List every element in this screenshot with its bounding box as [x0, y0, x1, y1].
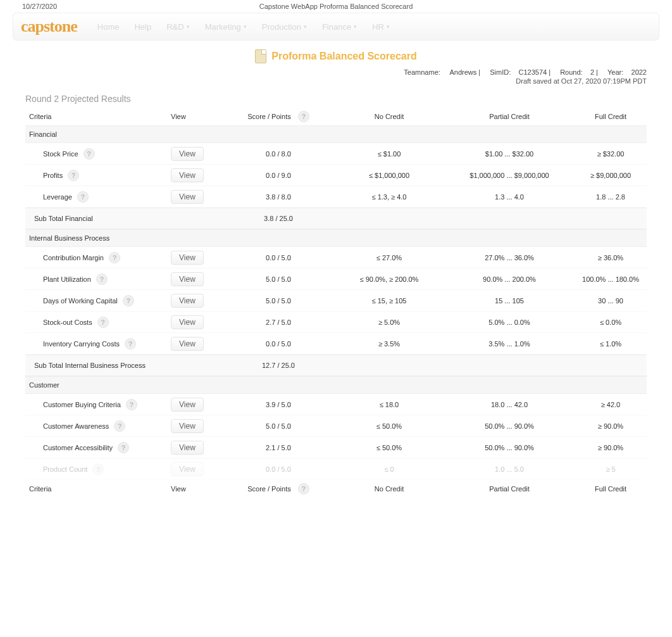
partial-credit-value: 27.0% ... 36.0%	[449, 254, 569, 262]
no-credit-value: ≤ $1,000,000	[329, 172, 449, 179]
full-credit-value: ≥ $9,000,000	[569, 172, 652, 179]
view-button[interactable]: View	[171, 441, 204, 455]
page-title: Capstone WebApp Proforma Balanced Scorec…	[259, 3, 413, 10]
nav-finance[interactable]: Finance▾	[322, 22, 357, 32]
score-value: 3.9 / 5.0	[228, 401, 329, 408]
nav-home[interactable]: Home	[97, 22, 120, 32]
view-button[interactable]: View	[171, 337, 204, 351]
criteria-label: Product Count ?	[25, 464, 171, 475]
group-label: Customer	[25, 381, 171, 389]
group-label: Financial	[25, 130, 171, 138]
nav-production[interactable]: Production▾	[262, 22, 307, 32]
partial-credit-value: 1.0 ... 5.0	[449, 465, 569, 473]
nav-marketing[interactable]: Marketing▾	[205, 22, 247, 32]
year-value: 2022	[632, 68, 647, 76]
table-row: Product Count ? View 0.0 / 5.0 ≤ 0 1.0 .…	[25, 458, 647, 480]
partial-credit-value: 1.3 ... 4.0	[449, 193, 569, 201]
criteria-label: Profits?	[25, 170, 171, 181]
no-credit-value: ≥ 5.0%	[329, 318, 449, 326]
header-partial-credit: Partial Credit	[449, 485, 569, 493]
partial-credit-value: $1,000,000 ... $9,000,000	[449, 172, 569, 179]
info-icon[interactable]: ?	[123, 295, 134, 306]
score-value: 5.0 / 5.0	[228, 275, 329, 283]
full-credit-value: ≥ 5	[569, 465, 652, 473]
score-value: 0.0 / 5.0	[228, 340, 329, 348]
criteria-label: Contribution Margin?	[25, 252, 171, 263]
view-button[interactable]: View	[171, 462, 204, 476]
info-icon[interactable]: ?	[77, 191, 89, 203]
view-button[interactable]: View	[171, 419, 204, 433]
info-icon[interactable]: ?	[126, 399, 137, 410]
view-button[interactable]: View	[171, 272, 204, 286]
header-full-credit: Full Credit	[569, 485, 652, 493]
info-icon[interactable]: ?	[92, 464, 104, 475]
info-icon[interactable]: ?	[118, 442, 129, 453]
header-no-credit: No Credit	[329, 113, 449, 120]
group-label: Internal Business Process	[25, 234, 171, 242]
document-title-row: Proforma Balanced Scorecard	[0, 49, 672, 63]
subtotal-label: Sub Total Internal Business Process	[25, 362, 171, 369]
criteria-label: Days of Working Capital?	[25, 295, 171, 306]
nav-help[interactable]: Help	[134, 22, 151, 32]
view-button[interactable]: View	[171, 251, 204, 265]
draft-saved-timestamp: Draft saved at Oct 27, 2020 07:19PM PDT	[0, 77, 672, 90]
full-credit-value: 30 ... 90	[569, 297, 652, 305]
criteria-label: Customer Awareness?	[25, 420, 171, 432]
view-button[interactable]: View	[171, 168, 204, 182]
view-button[interactable]: View	[171, 398, 204, 412]
criteria-label: Plant Utilization?	[25, 274, 171, 285]
subtotal-score: 12.7 / 25.0	[228, 362, 329, 369]
info-icon[interactable]: ?	[68, 170, 79, 181]
nav-rd[interactable]: R&D▾	[166, 22, 189, 32]
main-navbar: capstone Home Help R&D▾ Marketing▾ Produ…	[13, 13, 659, 41]
group-row: Customer	[25, 376, 647, 394]
view-button[interactable]: View	[171, 147, 204, 161]
nav-hr[interactable]: HR▾	[372, 22, 390, 32]
table-header-row: Criteria View Score / Points ? No Credit…	[25, 108, 647, 125]
simid-value: C123574	[519, 68, 547, 76]
criteria-label: Stock-out Costs?	[25, 317, 171, 328]
view-button[interactable]: View	[171, 315, 204, 329]
header-view: View	[171, 113, 228, 120]
full-credit-value: ≥ 36.0%	[569, 254, 652, 262]
document-title: Proforma Balanced Scorecard	[271, 51, 416, 62]
info-icon[interactable]: ?	[109, 252, 120, 263]
no-credit-value: ≤ 1.3, ≥ 4.0	[329, 193, 449, 201]
full-credit-value: 100.0% ... 180.0%	[569, 275, 652, 283]
info-icon[interactable]: ?	[298, 111, 309, 122]
year-label: Year:	[607, 68, 623, 76]
score-value: 2.1 / 5.0	[228, 444, 329, 451]
no-credit-value: ≥ 3.5%	[329, 340, 449, 348]
simulation-meta: Teamname: Andrews | SimID: C123574 | Rou…	[0, 63, 672, 77]
partial-credit-value: $1.00 ... $32.00	[449, 150, 569, 158]
criteria-label: Leverage?	[25, 191, 171, 203]
no-credit-value: ≤ 0	[329, 465, 449, 473]
table-row: Leverage?View3.8 / 8.0≤ 1.3, ≥ 4.01.3 ..…	[25, 186, 647, 208]
partial-credit-value: 50.0% ... 90.0%	[449, 422, 569, 430]
info-icon[interactable]: ?	[114, 420, 125, 432]
full-credit-value: ≥ 42.0	[569, 401, 652, 408]
info-icon[interactable]: ?	[97, 317, 109, 328]
no-credit-value: ≤ 18.0	[329, 401, 449, 408]
header-criteria: Criteria	[25, 113, 171, 120]
score-value: 2.7 / 5.0	[228, 318, 329, 326]
document-icon	[255, 49, 266, 63]
info-icon[interactable]: ?	[96, 274, 108, 285]
score-value: 5.0 / 5.0	[228, 422, 329, 430]
view-button[interactable]: View	[171, 294, 204, 308]
chevron-down-icon: ▾	[354, 23, 357, 30]
view-button[interactable]: View	[171, 190, 204, 204]
chevron-down-icon: ▾	[244, 23, 247, 30]
subtotal-label: Sub Total Financial	[25, 215, 171, 222]
teamname-value: Andrews	[450, 68, 477, 76]
info-icon[interactable]: ?	[125, 338, 136, 350]
table-row: Plant Utilization?View5.0 / 5.0≤ 90.0%, …	[25, 268, 647, 290]
score-value: 5.0 / 5.0	[228, 297, 329, 305]
section-title: Round 2 Projected Results	[0, 90, 672, 108]
info-icon[interactable]: ?	[298, 483, 309, 495]
info-icon[interactable]: ?	[84, 148, 95, 160]
group-row: Financial	[25, 125, 647, 143]
criteria-label: Inventory Carrying Costs?	[25, 338, 171, 350]
group-row: Internal Business Process	[25, 229, 647, 247]
no-credit-value: ≤ 27.0%	[329, 254, 449, 262]
